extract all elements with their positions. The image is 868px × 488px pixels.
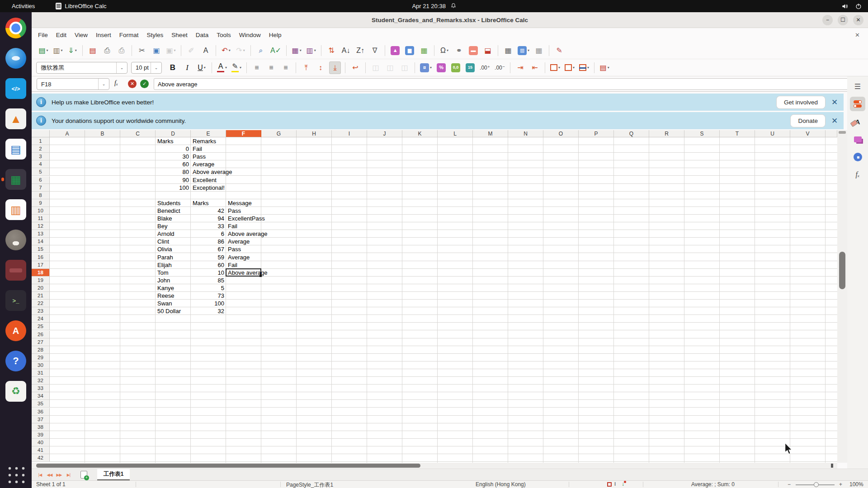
menu-styles[interactable]: Styles <box>143 30 168 40</box>
column-header-L[interactable]: L <box>438 130 473 137</box>
cell-D20[interactable]: Kanye <box>156 284 174 292</box>
row-header-18[interactable]: 18 <box>32 269 50 277</box>
increase-indent-icon[interactable]: ⇥ <box>514 61 526 74</box>
next-sheet-icon[interactable]: ▶▶ <box>54 473 64 477</box>
column-header-S[interactable]: S <box>684 130 720 137</box>
row-header-26[interactable]: 26 <box>32 331 50 338</box>
row-header-40[interactable]: 40 <box>32 439 50 446</box>
cell-F16[interactable]: Average <box>226 253 250 261</box>
cell-E21[interactable]: 73 <box>191 292 226 300</box>
row-header-6[interactable]: 6 <box>32 176 50 184</box>
font-color-icon[interactable]: A▾ <box>216 61 228 74</box>
row-header-30[interactable]: 30 <box>32 361 50 369</box>
dropdown-arrow-icon[interactable]: ▾ <box>61 48 63 52</box>
archive-app-icon[interactable] <box>5 260 26 281</box>
undo-icon[interactable]: ↶▾ <box>220 44 232 57</box>
columns-icon[interactable]: ▥▾ <box>305 44 317 57</box>
cells-area[interactable]: MarksRemarks0Fail30Pass60Average80Above … <box>50 137 837 463</box>
cell-D1[interactable]: Marks <box>156 137 173 145</box>
function-wizard-icon[interactable]: fₓ <box>114 80 118 87</box>
center-vertically-icon[interactable]: ↕ <box>315 61 326 74</box>
row-header-25[interactable]: 25 <box>32 323 50 330</box>
row-header-17[interactable]: 17 <box>32 261 50 269</box>
cancel-icon[interactable]: ✕ <box>128 80 137 88</box>
sheet-tab[interactable]: 工作表1 <box>97 469 130 481</box>
font-size-combobox[interactable]: 10 pt ⌄ <box>131 62 162 74</box>
menu-view[interactable]: View <box>71 30 92 40</box>
row-header-35[interactable]: 35 <box>32 400 50 408</box>
copy-icon[interactable]: ▣ <box>151 44 162 57</box>
underline-icon[interactable]: U▾ <box>196 61 208 74</box>
cell-D10[interactable]: Benedict <box>156 207 180 215</box>
document-modified-icon[interactable]: ↓ <box>622 481 624 487</box>
format-as-currency-icon[interactable]: ¤▾ <box>419 61 433 74</box>
borders-icon[interactable]: ▾ <box>549 61 561 74</box>
close-button[interactable]: ✕ <box>853 15 863 25</box>
sort-icon[interactable]: ⇅ <box>326 44 337 57</box>
column-header-N[interactable]: N <box>508 130 543 137</box>
cell-E5[interactable]: Above average <box>191 168 232 176</box>
cell-F11[interactable]: ExcellentPass <box>226 215 265 222</box>
dropdown-arrow-icon[interactable]: ▾ <box>75 48 77 52</box>
cell-E2[interactable]: Fail <box>191 145 202 153</box>
cell-D14[interactable]: Clint <box>156 238 169 245</box>
print-preview-icon[interactable]: ⎙ <box>116 44 127 57</box>
row-header-42[interactable]: 42 <box>32 454 50 462</box>
get-involved-button[interactable]: Get involved <box>776 96 826 109</box>
cell-D21[interactable]: Reese <box>156 292 175 300</box>
align-bottom-icon[interactable]: ⤓ <box>329 61 341 74</box>
row-header-5[interactable]: 5 <box>32 168 50 176</box>
chevron-down-icon[interactable]: ⌄ <box>98 79 109 89</box>
dropdown-arrow-icon[interactable]: ▾ <box>243 48 245 52</box>
italic-icon[interactable]: I <box>181 61 193 74</box>
row-header-28[interactable]: 28 <box>32 346 50 354</box>
horizontal-scrollbar-thumb[interactable] <box>36 464 420 468</box>
dropdown-arrow-icon[interactable]: ▾ <box>225 66 227 70</box>
autofilter-icon[interactable]: ∇ <box>369 44 381 57</box>
row-header-4[interactable]: 4 <box>32 160 50 168</box>
cell-E13[interactable]: 6 <box>191 230 226 238</box>
vlc-icon[interactable] <box>5 108 26 129</box>
cell-E19[interactable]: 85 <box>191 277 226 284</box>
column-header-K[interactable]: K <box>402 130 438 137</box>
row-header-15[interactable]: 15 <box>32 245 50 253</box>
chevron-down-icon[interactable]: ⌄ <box>116 62 127 73</box>
dropdown-arrow-icon[interactable]: ▾ <box>608 66 609 70</box>
minimize-button[interactable]: − <box>822 15 833 25</box>
insert-hyperlink-icon[interactable]: ⚭ <box>453 44 465 57</box>
sidebar-sidebar-settings-icon[interactable]: ☰ <box>850 79 865 94</box>
accept-icon[interactable]: ✓ <box>140 80 149 88</box>
row-header-37[interactable]: 37 <box>32 416 50 423</box>
menu-help[interactable]: Help <box>265 30 286 40</box>
titlebar[interactable]: Student_Grades_and_Remarks.xlsx - LibreO… <box>32 12 868 28</box>
sidebar-gallery-icon[interactable] <box>850 132 865 146</box>
google-chrome-icon[interactable] <box>5 18 26 38</box>
align-center-icon[interactable]: ≡ <box>265 61 277 74</box>
row-header-34[interactable]: 34 <box>32 392 50 400</box>
cell-D7[interactable]: 100 <box>156 184 191 192</box>
cell-D22[interactable]: Swan <box>156 300 172 307</box>
ubuntu-software-icon[interactable] <box>5 320 26 341</box>
sheet-number-status[interactable]: Sheet 1 of 1 <box>36 481 66 488</box>
cell-D19[interactable]: John <box>156 277 170 284</box>
add-decimal-place-icon[interactable]: .00⁺ <box>479 61 491 74</box>
cell-D6[interactable]: 90 <box>156 176 191 184</box>
column-header-Q[interactable]: Q <box>614 130 649 137</box>
name-box[interactable]: F18 ⌄ <box>37 78 109 90</box>
align-top-icon[interactable]: ⤒ <box>300 61 312 74</box>
highlighting-color-icon[interactable]: ✎▾ <box>231 61 242 74</box>
select-all-corner[interactable] <box>32 130 50 137</box>
column-header-P[interactable]: P <box>579 130 614 137</box>
zoom-in-button[interactable]: + <box>839 481 842 488</box>
cell-D11[interactable]: Blake <box>156 215 172 222</box>
column-header-partial[interactable] <box>826 130 837 137</box>
row-header-14[interactable]: 14 <box>32 238 50 245</box>
cell-E10[interactable]: 42 <box>191 207 226 215</box>
row-header-38[interactable]: 38 <box>32 423 50 431</box>
column-header-C[interactable]: C <box>120 130 156 137</box>
language-status[interactable]: English (Hong Kong) <box>476 481 526 488</box>
chevron-down-icon[interactable]: ⌄ <box>151 62 161 73</box>
cell-D2[interactable]: 0 <box>156 145 191 153</box>
export-pdf-icon[interactable]: ▤ <box>87 44 99 57</box>
split-window-icon[interactable]: ▥▾ <box>517 44 530 57</box>
